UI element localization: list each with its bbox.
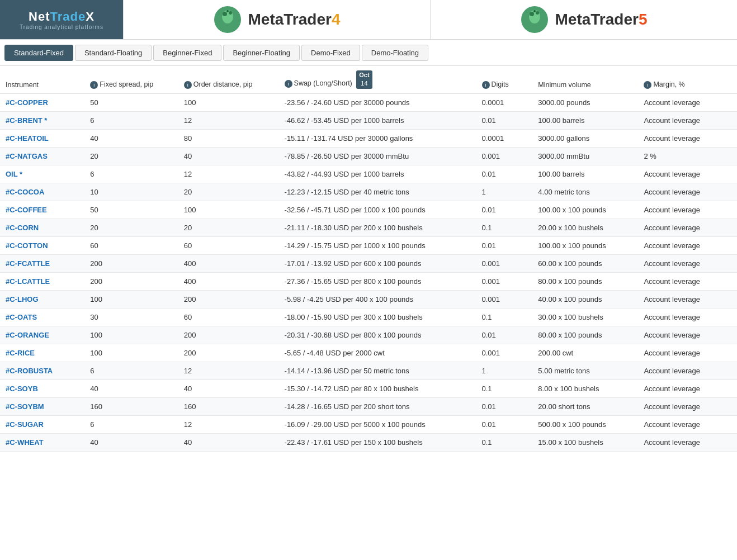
cell-digits: 0.1 — [476, 379, 533, 397]
instrument-link[interactable]: #C-ROBUSTA — [6, 367, 53, 375]
instrument-link[interactable]: #C-COPPER — [6, 98, 48, 107]
cell-margin: Account leverage — [638, 201, 737, 219]
table-row: #C-ORANGE100200-20.31 / -30.68 USD per 8… — [0, 326, 737, 344]
cell-order: 40 — [178, 147, 279, 165]
cell-swap: -78.85 / -26.50 USD per 30000 mmBtu — [279, 147, 476, 165]
table-row: #C-RICE100200-5.65 / -4.48 USD per 2000 … — [0, 344, 737, 362]
cell-instrument: #C-LHOG — [0, 290, 84, 308]
col-header-margin: iMargin, % — [638, 66, 737, 93]
tab-standard-floating[interactable]: Standard-Floating — [75, 45, 152, 61]
info-icon-swap[interactable]: i — [285, 80, 292, 88]
svg-point-8 — [536, 11, 539, 15]
instrument-link[interactable]: #C-RICE — [6, 349, 35, 357]
cell-margin: Account leverage — [638, 362, 737, 379]
instrument-link[interactable]: #C-FCATTLE — [6, 259, 50, 268]
cell-instrument: #C-FCATTLE — [0, 254, 84, 272]
cell-spread: 6 — [84, 415, 178, 433]
cell-digits: 0.1 — [476, 308, 533, 326]
instrument-link[interactable]: #C-WHEAT — [6, 438, 44, 447]
tab-beginner-floating[interactable]: Beginner-Floating — [223, 45, 300, 61]
col-header-order: iOrder distance, pip — [178, 66, 279, 93]
svg-point-2 — [223, 12, 227, 16]
cell-spread: 100 — [84, 344, 178, 362]
instrument-link[interactable]: #C-ORANGE — [6, 331, 49, 339]
info-icon-margin[interactable]: i — [644, 81, 651, 89]
instrument-link[interactable]: #C-SUGAR — [6, 420, 44, 429]
cell-instrument: #C-NATGAS — [0, 147, 84, 165]
tab-demo-fixed[interactable]: Demo-Fixed — [301, 45, 360, 61]
instrument-link[interactable]: #C-NATGAS — [6, 152, 48, 160]
cell-swap: -21.11 / -18.30 USD per 200 x 100 bushel… — [279, 219, 476, 236]
cell-minvol: 20.00 x 100 bushels — [532, 219, 638, 236]
cell-minvol: 8.00 x 100 bushels — [532, 379, 638, 397]
cell-swap: -43.82 / -44.93 USD per 1000 barrels — [279, 165, 476, 183]
cell-order: 12 — [178, 415, 279, 433]
instrument-link[interactable]: #C-OATS — [6, 313, 37, 321]
tabs-bar: Standard-FixedStandard-FloatingBeginner-… — [0, 40, 737, 66]
table-row: #C-OATS3060-18.00 / -15.90 USD per 300 x… — [0, 308, 737, 326]
cell-digits: 0.001 — [476, 344, 533, 362]
cell-margin: Account leverage — [638, 433, 737, 451]
mt5-title: MetaTrader5 — [555, 11, 648, 29]
instrument-link[interactable]: #C-LCATTLE — [6, 277, 50, 286]
cell-spread: 10 — [84, 183, 178, 201]
instrument-link[interactable]: #C-SOYB — [6, 385, 38, 393]
instrument-link[interactable]: #C-BRENT * — [6, 116, 47, 125]
instrument-link[interactable]: #C-CORN — [6, 224, 39, 232]
instrument-link[interactable]: #C-SOYBM — [6, 402, 44, 411]
logo-subtitle: Trading analytical platforms — [20, 24, 103, 30]
cell-margin: Account leverage — [638, 236, 737, 254]
instrument-link[interactable]: #C-COTTON — [6, 241, 48, 250]
cell-order: 400 — [178, 272, 279, 290]
col-header-swap: iSwap (Long/Short) Oct 14 — [279, 66, 476, 93]
instrument-link[interactable]: #C-LHOG — [6, 295, 39, 303]
mt5-label: MetaTrader — [555, 11, 639, 28]
table-row: #C-SUGAR612-16.09 / -29.00 USD per 5000 … — [0, 415, 737, 433]
cell-spread: 160 — [84, 397, 178, 415]
cell-swap: -20.31 / -30.68 USD per 800 x 100 pounds — [279, 326, 476, 344]
cell-swap: -22.43 / -17.61 USD per 150 x 100 bushel… — [279, 433, 476, 451]
cell-order: 12 — [178, 362, 279, 379]
cell-instrument: #C-SOYB — [0, 379, 84, 397]
table-row: #C-BRENT *612-46.62 / -53.45 USD per 100… — [0, 111, 737, 129]
mt4-icon — [214, 6, 242, 34]
cell-instrument: #C-COPPER — [0, 93, 84, 111]
swap-day: 14 — [361, 80, 367, 87]
mt5-number: 5 — [639, 11, 648, 28]
cell-digits: 1 — [476, 183, 533, 201]
cell-spread: 6 — [84, 362, 178, 379]
table-row: #C-FCATTLE200400-17.01 / -13.92 USD per … — [0, 254, 737, 272]
mt4-label: MetaTrader — [248, 11, 332, 28]
cell-minvol: 80.00 x 100 pounds — [532, 272, 638, 290]
info-icon-spread[interactable]: i — [90, 81, 98, 89]
cell-instrument: #C-RICE — [0, 344, 84, 362]
cell-swap: -27.36 / -15.65 USD per 800 x 100 pounds — [279, 272, 476, 290]
cell-minvol: 4.00 metric tons — [532, 183, 638, 201]
info-icon-digits[interactable]: i — [482, 81, 490, 89]
instrument-link[interactable]: #C-COFFEE — [6, 206, 47, 214]
svg-point-9 — [533, 10, 536, 12]
cell-instrument: #C-CORN — [0, 219, 84, 236]
tab-demo-floating[interactable]: Demo-Floating — [362, 45, 428, 61]
info-icon-order[interactable]: i — [184, 81, 192, 89]
cell-swap: -14.14 / -13.96 USD per 50 metric tons — [279, 362, 476, 379]
table-row: #C-WHEAT4040-22.43 / -17.61 USD per 150 … — [0, 433, 737, 451]
cell-digits: 0.1 — [476, 433, 533, 451]
cell-swap: -12.23 / -12.15 USD per 40 metric tons — [279, 183, 476, 201]
cell-digits: 1 — [476, 362, 533, 379]
instrument-link[interactable]: OIL * — [6, 170, 22, 178]
cell-digits: 0.001 — [476, 290, 533, 308]
cell-instrument: #C-COFFEE — [0, 201, 84, 219]
tab-beginner-fixed[interactable]: Beginner-Fixed — [153, 45, 221, 61]
col-header-digits: iDigits — [476, 66, 533, 93]
cell-minvol: 5.00 metric tons — [532, 362, 638, 379]
cell-digits: 0.01 — [476, 236, 533, 254]
instrument-link[interactable]: #C-HEATOIL — [6, 134, 49, 143]
cell-margin: Account leverage — [638, 415, 737, 433]
tab-standard-fixed[interactable]: Standard-Fixed — [4, 45, 73, 61]
cell-swap: -18.00 / -15.90 USD per 300 x 100 bushel… — [279, 308, 476, 326]
cell-minvol: 3000.00 pounds — [532, 93, 638, 111]
cell-order: 80 — [178, 129, 279, 147]
instrument-link[interactable]: #C-COCOA — [6, 188, 44, 196]
cell-order: 20 — [178, 183, 279, 201]
